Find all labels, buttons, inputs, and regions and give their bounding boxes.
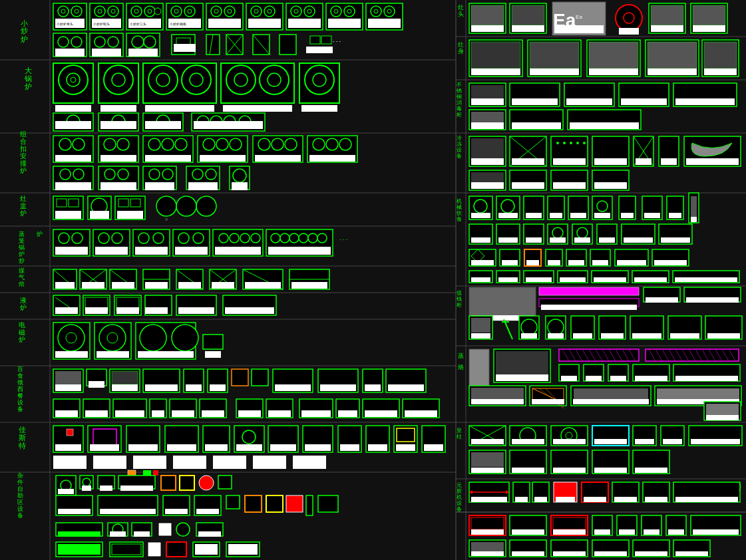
- svg-point-256: [72, 233, 83, 243]
- svg-rect-399: [205, 444, 228, 451]
- svg-rect-227: [100, 182, 136, 190]
- svg-text:扣: 扣: [19, 145, 27, 152]
- svg-text:设: 设: [17, 505, 23, 512]
- svg-text:磁: 磁: [18, 329, 25, 336]
- svg-rect-323: [178, 307, 214, 314]
- svg-rect-185: [145, 121, 181, 129]
- svg-point-175: [313, 73, 326, 86]
- svg-rect-797: [635, 468, 667, 473]
- svg-rect-469: [148, 542, 161, 557]
- svg-point-609: [474, 200, 487, 213]
- svg-text:头: 头: [458, 11, 464, 17]
- svg-rect-333: [96, 351, 129, 358]
- svg-rect-626: [644, 213, 660, 218]
- svg-rect-354: [232, 369, 248, 386]
- svg-rect-321: [145, 307, 168, 314]
- svg-rect-346: [112, 371, 138, 384]
- svg-text:冷: 冷: [457, 135, 462, 141]
- svg-rect-802: [471, 497, 507, 502]
- svg-text:煤: 煤: [19, 267, 25, 274]
- svg-point-77: [111, 9, 115, 13]
- svg-rect-743: [586, 376, 602, 381]
- svg-rect-351: [186, 384, 202, 391]
- svg-point-777: [566, 432, 572, 439]
- svg-text:备: 备: [17, 406, 23, 412]
- svg-text:灶: 灶: [458, 41, 464, 48]
- svg-point-251: [176, 196, 196, 216]
- svg-rect-294: [112, 282, 134, 289]
- svg-rect-594: [636, 158, 652, 165]
- svg-rect-841: [512, 551, 544, 556]
- svg-rect-751: [471, 388, 524, 400]
- svg-rect-525: [471, 5, 504, 25]
- svg-rect-555: [704, 42, 737, 69]
- svg-text:钢: 钢: [456, 94, 462, 100]
- svg-rect-845: [594, 551, 627, 556]
- svg-rect-613: [498, 213, 518, 218]
- svg-rect-828: [594, 529, 610, 535]
- svg-rect-635: [498, 237, 518, 243]
- svg-rect-622: [594, 213, 610, 218]
- svg-rect-820: [471, 517, 504, 529]
- svg-point-401: [242, 430, 256, 444]
- svg-text:械: 械: [457, 204, 462, 210]
- svg-rect-544: [471, 69, 520, 75]
- svg-text:斯: 斯: [19, 434, 26, 442]
- svg-rect-347: [112, 384, 138, 391]
- svg-rect-637: [526, 237, 542, 243]
- svg-rect-795: [594, 468, 627, 473]
- svg-rect-140: [206, 35, 220, 55]
- svg-point-97: [214, 9, 218, 13]
- cad-canvas: 小 炒 炉 大 锅 炉 组 合 扣 安 撞 炉 灶 盅 炉 蒸 笼 锅 炉 炒 …: [0, 0, 746, 560]
- svg-rect-431: [82, 486, 91, 491]
- svg-rect-549: [589, 42, 638, 69]
- svg-rect-749: [675, 376, 738, 381]
- svg-point-197: [104, 138, 116, 150]
- svg-point-117: [347, 9, 351, 13]
- svg-rect-209: [200, 155, 246, 162]
- svg-rect-275: [215, 247, 261, 255]
- svg-text:饿: 饿: [17, 379, 23, 386]
- svg-text:特: 特: [19, 442, 26, 450]
- svg-point-217: [326, 138, 338, 150]
- svg-text:区: 区: [17, 499, 23, 505]
- svg-rect-651: [471, 260, 494, 265]
- svg-rect-556: [704, 69, 737, 75]
- svg-rect-223: [55, 182, 91, 190]
- svg-rect-448: [226, 495, 240, 509]
- svg-rect-569: [471, 112, 504, 124]
- svg-rect-814: [645, 497, 667, 502]
- svg-rect-529: [512, 25, 544, 32]
- svg-rect-577: [471, 158, 504, 165]
- svg-rect-337: [138, 351, 194, 358]
- svg-rect-752: [471, 399, 524, 404]
- svg-rect-581: [512, 158, 544, 165]
- svg-rect-147: [280, 35, 296, 55]
- svg-rect-596: [661, 158, 677, 165]
- svg-rect-565: [621, 98, 667, 105]
- svg-rect-615: [526, 213, 542, 218]
- svg-point-90: [174, 9, 178, 13]
- svg-point-68: [61, 9, 65, 13]
- svg-rect-106: [248, 19, 281, 28]
- svg-rect-439: [218, 476, 232, 489]
- svg-rect-415: [424, 444, 443, 451]
- svg-rect-712: [496, 351, 548, 374]
- svg-rect-195: [55, 155, 91, 162]
- svg-text:备: 备: [457, 506, 462, 512]
- svg-point-206: [203, 138, 215, 150]
- svg-text:小炒炉规格: 小炒炉规格: [170, 22, 186, 26]
- svg-text:设: 设: [457, 500, 462, 506]
- svg-rect-563: [566, 98, 612, 105]
- svg-rect-392: [93, 429, 116, 446]
- svg-rect-537: [651, 5, 683, 25]
- svg-point-263: [138, 233, 149, 243]
- svg-rect-741: [561, 376, 577, 381]
- svg-rect-607: [594, 182, 627, 189]
- svg-point-612: [501, 200, 514, 213]
- svg-rect-628: [669, 213, 681, 218]
- svg-rect-371: [152, 410, 164, 417]
- svg-rect-238: [232, 182, 248, 190]
- svg-rect-361: [365, 384, 381, 391]
- svg-rect-452: [306, 495, 313, 515]
